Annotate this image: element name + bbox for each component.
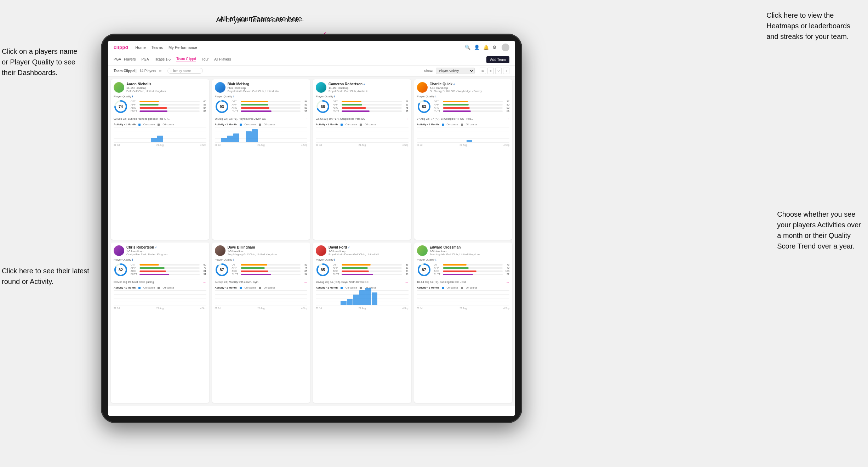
chart-gridlines [417, 290, 510, 306]
player-name[interactable]: David Ford✓ [329, 245, 409, 249]
team-count: 14 Players [139, 69, 156, 73]
app-stat: APP 77 [131, 267, 206, 269]
last-activity[interactable]: 18 Jul 23 | 74 (+4), Sunningdale GC - Ol… [417, 279, 510, 285]
quality-label: Player Quality ℹ [417, 258, 510, 261]
last-activity[interactable]: 03 Mar 23 | 19, Must make putting → [114, 279, 206, 285]
player-card[interactable]: Aaron Nicholls 11-15 Handicap Drift Golf… [111, 79, 209, 240]
last-activity[interactable]: 02 Sep 23 | Sunrise round to get back in… [114, 116, 206, 121]
activity-legend: Activity · 1 Month On course Off course [215, 123, 308, 126]
quality-section: 93 OTT 84 APP 85 ARG 88 [215, 99, 308, 114]
tab-pga[interactable]: PGA [141, 57, 149, 62]
player-info: Blair McHarg Plus Handicap Royal North D… [228, 82, 308, 93]
activity-chart: Activity · 1 Month On course Off course … [417, 286, 510, 309]
on-course-label: On course [143, 286, 155, 289]
grid-view-icon[interactable]: ⊞ [480, 68, 486, 74]
player-name[interactable]: Charlie Quick✓ [430, 82, 510, 86]
activity-arrow-icon[interactable]: → [304, 280, 307, 284]
activity-arrow-icon[interactable]: → [304, 117, 307, 121]
add-team-button[interactable]: Add Team [486, 56, 509, 63]
bell-icon[interactable]: 🔔 [483, 45, 489, 50]
tab-hcaps[interactable]: Hcaps 1-5 [155, 57, 171, 62]
last-activity[interactable]: 26 Aug 23 | 84 (+12), Royal North Devon … [316, 279, 409, 285]
edit-icon[interactable]: ✏ [159, 69, 162, 73]
app-stat: APP 58 [131, 103, 206, 106]
player-name[interactable]: Dave Billingham [228, 245, 308, 249]
activity-legend: Activity · 1 Month On course Off course [417, 123, 510, 126]
person-icon[interactable]: 👤 [474, 45, 480, 50]
sort-icon[interactable]: ↕ [503, 68, 509, 74]
player-card[interactable]: Cameron Robertson✓ 11-15 Handicap Royal … [313, 79, 411, 240]
putt-stat: PUTT 85 [333, 110, 409, 112]
player-name[interactable]: Aaron Nicholls [126, 82, 206, 86]
tab-team-clippd[interactable]: Team Clippd [176, 57, 196, 62]
score-circle[interactable]: 68 [316, 99, 330, 114]
player-name[interactable]: Cameron Robertson✓ [329, 82, 409, 86]
activity-legend: Activity · 1 Month On course Off course [417, 286, 510, 289]
nav-my-performance[interactable]: My Performance [169, 45, 197, 50]
activity-legend: Activity · 1 Month On course Off course [114, 286, 206, 289]
putt-stat: PUTT 86 [434, 110, 510, 112]
player-name[interactable]: Chris Robertson✓ [126, 245, 206, 249]
card-header: Chris Robertson✓ 1-5 Handicap Craigmilla… [114, 245, 206, 256]
activity-arrow-icon[interactable]: → [506, 117, 509, 121]
on-course-legend-dot [138, 287, 141, 289]
player-card[interactable]: Chris Robertson✓ 1-5 Handicap Craigmilla… [111, 243, 209, 403]
heatmaps-annotation-label: Click here to view theHeatmaps or leader… [766, 10, 850, 42]
activity-legend: Activity · 1 Month On course Off course [215, 286, 308, 289]
ott-stat: OTT 60 [131, 263, 206, 266]
nav-teams[interactable]: Teams [152, 45, 163, 50]
player-card[interactable]: Charlie Quick✓ 6-10 Handicap St. George'… [414, 79, 513, 240]
player-avatar [114, 245, 124, 256]
app-stat: APP 85 [232, 103, 308, 106]
score-value: 74 [119, 104, 123, 109]
off-course-label: Off course [365, 123, 376, 126]
score-circle[interactable]: 83 [417, 99, 431, 114]
score-circle[interactable]: 93 [215, 99, 229, 114]
player-avatar [417, 82, 428, 93]
tab-all-players[interactable]: All Players [214, 57, 231, 62]
on-course-label: On course [245, 123, 256, 126]
stats-bars: OTT 60 APP 58 ARG 84 PUTT 85 [131, 100, 206, 113]
chart-x-labels: 31 Jul 21 Aug 4 Sep [316, 144, 409, 146]
player-club: St. George's Hill GC - Weybridge - Surre… [430, 90, 510, 93]
show-select[interactable]: Player Activity Quality Score Trend [436, 68, 475, 74]
nav-home[interactable]: Home [135, 45, 145, 50]
user-avatar[interactable] [502, 44, 509, 51]
ott-stat: OTT 60 [131, 100, 206, 103]
activity-arrow-icon[interactable]: → [506, 280, 509, 284]
player-name[interactable]: Blair McHarg [228, 82, 308, 86]
quality-label: Player Quality ℹ [316, 95, 409, 98]
filter-input[interactable] [167, 68, 203, 74]
search-icon[interactable]: 🔍 [465, 45, 470, 50]
last-activity[interactable]: 07 Aug 23 | 77 (+7), St George's Hill GC… [417, 116, 510, 121]
card-header: Blair McHarg Plus Handicap Royal North D… [215, 82, 308, 93]
putt-stat: PUTT 92 [434, 273, 510, 275]
player-card[interactable]: Dave Billingham 1-5 Handicap Sog Maging … [212, 243, 310, 403]
last-activity[interactable]: 04 Sep 23 | Mobility with coach, Gym → [215, 279, 308, 285]
off-course-legend-dot [158, 124, 160, 126]
activity-arrow-icon[interactable]: → [203, 117, 206, 121]
settings-icon[interactable]: ⚙ [492, 45, 498, 50]
activity-chart: Activity · 1 Month On course Off course … [215, 123, 308, 146]
player-card[interactable]: David Ford✓ 1-5 Handicap Royal North Dev… [313, 243, 411, 403]
activity-arrow-icon[interactable]: → [405, 117, 409, 121]
score-circle[interactable]: 87 [215, 263, 229, 277]
filter-icon[interactable]: ▽ [495, 68, 502, 74]
player-card[interactable]: Edward Crossman 1-5 Handicap Sunningdale… [414, 243, 513, 403]
tab-pgat-players[interactable]: PGAT Players [114, 57, 136, 62]
score-circle[interactable]: 87 [417, 263, 431, 277]
activity-arrow-icon[interactable]: → [203, 280, 206, 284]
score-circle[interactable]: 82 [114, 263, 128, 277]
score-circle[interactable]: 74 [114, 99, 128, 114]
list-view-icon[interactable]: ≡ [487, 68, 494, 74]
chart-x-labels: 31 Jul 21 Aug 4 Sep [114, 144, 206, 146]
score-circle[interactable]: 85 [316, 263, 330, 277]
last-activity[interactable]: 02 Jul 23 | 59 (+17), Craigsimilar Park … [316, 116, 409, 121]
quality-section: 82 OTT 60 APP 77 ARG 81 [114, 263, 206, 277]
nav-bar: clippd Home Teams My Performance 🔍 👤 🔔 ⚙ [108, 41, 515, 54]
tab-tour[interactable]: Tour [202, 57, 209, 62]
player-card[interactable]: Blair McHarg Plus Handicap Royal North D… [212, 79, 310, 240]
last-activity[interactable]: 26 Aug 23 | 73 (+1), Royal North Devon G… [215, 116, 308, 121]
activity-arrow-icon[interactable]: → [405, 280, 409, 284]
player-name[interactable]: Edward Crossman [430, 245, 510, 249]
